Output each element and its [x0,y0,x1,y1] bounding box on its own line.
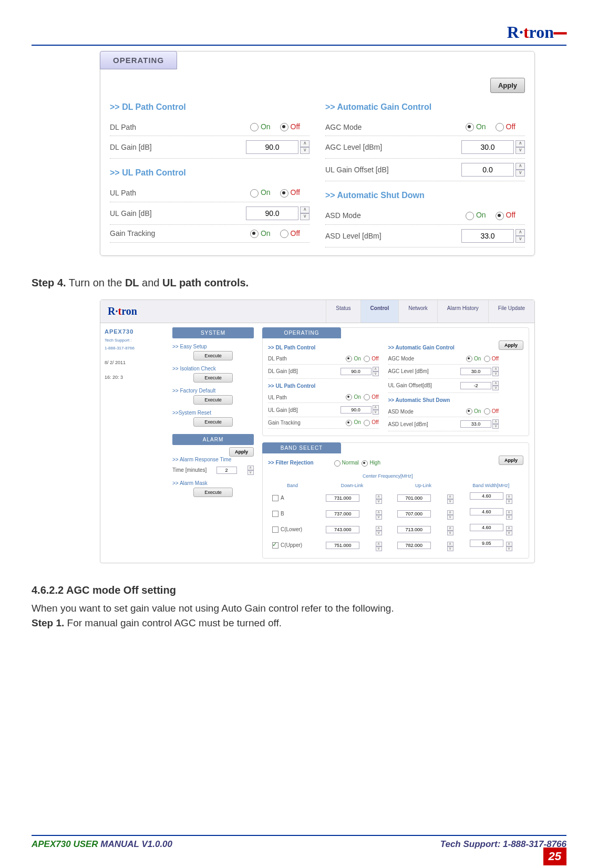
band-C(Lower)-ul-stepper[interactable]: ∧∨ [447,526,453,535]
dl-gain-input-sm[interactable] [341,368,372,375]
ul-gain-stepper[interactable]: ∧∨ [300,206,310,220]
band-A-ul-input[interactable] [397,494,431,502]
band-C(Upper)-bw-stepper[interactable]: ∧∨ [506,542,512,551]
band-A-checkbox[interactable] [272,495,279,501]
operating-tab[interactable]: OPERATING [100,51,177,69]
uloff-stepper-sm[interactable]: ∧∨ [492,381,499,390]
dl-gain-input[interactable] [246,140,298,154]
asd-on-radio-sm[interactable] [466,408,472,415]
system-reset-link: >>System Reset [172,410,254,416]
band-C(Lower)-dl-stepper[interactable]: ∧∨ [376,526,382,535]
agc-on-radio[interactable] [466,123,474,131]
asd-off-radio-sm[interactable] [484,408,490,415]
ul-offset-label-sm: UL Gain Offset[dB] [388,383,461,388]
alarm-response-time-link: >> Alarm Response Time [172,457,254,462]
ul-gain-offset-input[interactable] [461,163,514,177]
alarm-mask-execute-button[interactable]: Execute [193,488,233,497]
band-A-dl-input[interactable] [326,494,359,502]
band-C(Lower)-bw-stepper[interactable]: ∧∨ [506,526,512,535]
band-C(Lower)-ul-input[interactable] [397,526,431,533]
dl-path-label-sm: DL Path [268,356,346,361]
apply-button[interactable]: Apply [490,78,525,93]
band-C(Lower)-dl-input[interactable] [326,526,359,533]
date-display: 8/ 2/ 2011 [105,360,165,365]
ul-gain-input[interactable] [246,206,298,220]
gain-tracking-on-radio[interactable] [250,230,259,238]
agc-off-radio-sm[interactable] [484,356,490,362]
track-off-radio-sm[interactable] [364,420,370,426]
track-on-radio-sm[interactable] [346,420,352,426]
band-C(Lower)-checkbox[interactable] [272,526,279,533]
easy-setup-link: >> Easy Setup [172,344,254,349]
time-stepper[interactable]: ∧∨ [248,466,254,475]
band-C(Upper)-ul-input[interactable] [397,542,431,549]
agc-level-label-sm: AGC Level [dBm] [388,368,461,374]
band-C(Upper)-dl-input[interactable] [326,542,359,549]
tab-status[interactable]: Status [326,300,360,323]
ul-gain-stepper-sm[interactable]: ∧∨ [373,405,379,415]
band-C(Upper)-ul-stepper[interactable]: ∧∨ [447,542,453,551]
dl-gain-stepper[interactable]: ∧∨ [300,140,310,154]
tab-alarm-history[interactable]: Alarm History [437,300,488,323]
band-B-dl-stepper[interactable]: ∧∨ [376,510,382,520]
dl-path-off-radio[interactable] [280,123,288,131]
band-B-ul-stepper[interactable]: ∧∨ [447,510,453,520]
band-C(Upper)-dl-stepper[interactable]: ∧∨ [376,542,382,551]
band-C(Upper)-bw-input[interactable] [470,540,503,547]
ul-gain-label: UL Gain [dB] [110,209,246,218]
band-A-bw-stepper[interactable]: ∧∨ [506,494,512,504]
band-A-dl-stepper[interactable]: ∧∨ [376,494,382,504]
band-B-checkbox[interactable] [272,511,279,517]
factory-execute-button[interactable]: Execute [193,395,233,405]
time-minutes-input[interactable] [216,467,237,474]
page-number: 25 [543,848,566,865]
dl-gain-stepper-sm[interactable]: ∧∨ [373,367,379,376]
tab-control[interactable]: Control [360,300,399,323]
band-B-bw-stepper[interactable]: ∧∨ [506,510,512,520]
band-apply-button[interactable]: Apply [499,456,523,465]
alarm-apply-button[interactable]: Apply [229,447,254,457]
band-A-ul-stepper[interactable]: ∧∨ [447,494,453,504]
isolation-execute-button[interactable]: Execute [193,373,233,383]
agc-level-input-sm[interactable] [460,368,491,375]
band-B-ul-input[interactable] [397,510,431,518]
easy-setup-execute-button[interactable]: Execute [193,351,233,360]
band-B-bw-input[interactable] [470,508,503,515]
ul-gain-input-sm[interactable] [341,406,372,414]
gain-tracking-off-radio[interactable] [280,230,288,238]
dl-on-radio-sm[interactable] [346,356,352,362]
tab-network[interactable]: Network [398,300,437,323]
ul-off-radio-sm[interactable] [364,394,370,400]
ul-offset-input-sm[interactable] [460,382,491,389]
agc-level-input[interactable] [461,140,514,154]
agc-stepper-sm[interactable]: ∧∨ [492,367,499,376]
ul-on-radio-sm[interactable] [346,394,352,400]
agc-on-radio-sm[interactable] [466,356,472,362]
filter-normal-radio[interactable] [334,460,341,467]
band-C(Lower)-bw-input[interactable] [470,524,503,531]
dl-path-on-radio[interactable] [250,123,259,131]
operating-apply-button[interactable]: Apply [499,340,523,350]
time-display: 16: 20: 3 [105,375,165,380]
agc-off-radio[interactable] [496,123,504,131]
tab-file-update[interactable]: File Update [488,300,534,323]
ul-gain-offset-stepper[interactable]: ∧∨ [515,163,525,177]
reset-execute-button[interactable]: Execute [193,417,233,427]
band-B-dl-input[interactable] [326,510,359,518]
asd-level-input[interactable] [461,229,514,243]
agc-level-stepper[interactable]: ∧∨ [515,140,525,154]
ul-path-on-radio[interactable] [250,189,259,198]
asd-on-radio[interactable] [466,212,474,220]
dl-path-control-header: >> DL Path Control [110,102,310,112]
ul-path-control-header: >> UL Path Control [110,168,310,178]
asd-stepper-sm[interactable]: ∧∨ [492,419,499,429]
asd-level-input-sm[interactable] [460,420,491,428]
asd-off-radio[interactable] [496,212,504,220]
asd-level-stepper[interactable]: ∧∨ [515,229,525,243]
control-screenshot: R·tron Status Control Network Alarm Hist… [100,299,535,564]
dl-off-radio-sm[interactable] [364,356,370,362]
band-A-bw-input[interactable] [470,492,503,500]
band-C(Upper)-checkbox[interactable] [272,542,279,549]
filter-high-radio[interactable] [362,460,368,467]
ul-path-off-radio[interactable] [280,189,288,198]
